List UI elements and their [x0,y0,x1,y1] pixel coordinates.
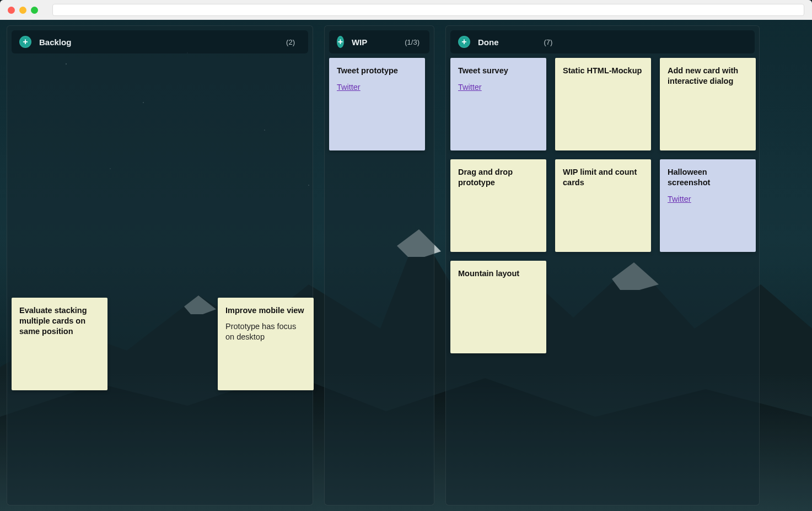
card[interactable]: Tweet prototype Twitter [329,58,425,150]
card-title: Halloween screenshot [668,167,748,188]
card-link[interactable]: Twitter [458,83,482,92]
column-done: + Done (7) Tweet survey Twitter Static H… [445,25,760,505]
maximize-window-icon[interactable] [31,7,38,14]
card[interactable]: WIP limit and count cards [555,159,651,252]
card-title: WIP limit and count cards [563,167,643,188]
card[interactable]: Static HTML-Mockup [555,58,651,150]
column-count: (7) [544,38,553,46]
card-link[interactable]: Twitter [337,83,361,92]
window-controls [8,7,38,14]
card-body: Prototype has focus on desktop [225,321,306,343]
card[interactable]: Improve mobile view Prototype has focus … [218,298,314,390]
column-count: (2) [286,38,295,46]
card-title: Tweet prototype [337,66,417,76]
browser-chrome [0,0,812,20]
card-title: Drag and drop prototype [458,167,539,188]
card-title: Improve mobile view [225,305,306,316]
minimize-window-icon[interactable] [19,7,26,14]
address-bar[interactable] [52,4,804,16]
column-body[interactable]: Tweet prototype Twitter [325,58,434,505]
card-title: Mountain layout [458,268,539,279]
card[interactable]: Drag and drop prototype [450,159,546,252]
column-backlog: + Backlog (2) Evaluate stacking multiple… [7,25,313,505]
column-title: Done [478,37,499,47]
plus-icon: + [338,37,343,46]
kanban-board: + Backlog (2) Evaluate stacking multiple… [0,20,812,511]
card-link[interactable]: Twitter [668,195,691,203]
card[interactable]: Mountain layout [450,261,546,353]
card[interactable]: Tweet survey Twitter [450,58,546,150]
column-body[interactable]: Tweet survey Twitter Static HTML-Mockup … [446,58,759,505]
add-card-button[interactable]: + [458,36,470,48]
column-wip: + WIP (1/3) Tweet prototype Twitter [324,25,434,505]
card[interactable]: Halloween screenshot Twitter [660,159,756,252]
board-viewport: + Backlog (2) Evaluate stacking multiple… [0,20,812,511]
column-body[interactable]: Evaluate stacking multiple cards on same… [7,58,313,505]
column-header-backlog: + Backlog (2) [12,30,308,53]
card-title: Static HTML-Mockup [563,66,643,76]
close-window-icon[interactable] [8,7,15,14]
card-title: Evaluate stacking multiple cards on same… [19,305,100,337]
card-title: Add new card with interactive dialog [668,66,748,87]
plus-icon: + [23,37,28,46]
column-header-done: + Done (7) [450,30,755,53]
column-count: (1/3) [405,38,420,46]
card[interactable]: Add new card with interactive dialog [660,58,756,150]
column-title: WIP [352,37,367,47]
plus-icon: + [461,37,466,46]
card-title: Tweet survey [458,66,539,76]
column-header-wip: + WIP (1/3) [329,30,429,53]
add-card-button[interactable]: + [337,36,344,48]
column-title: Backlog [39,37,71,47]
card[interactable]: Evaluate stacking multiple cards on same… [12,298,107,390]
add-card-button[interactable]: + [19,36,31,48]
